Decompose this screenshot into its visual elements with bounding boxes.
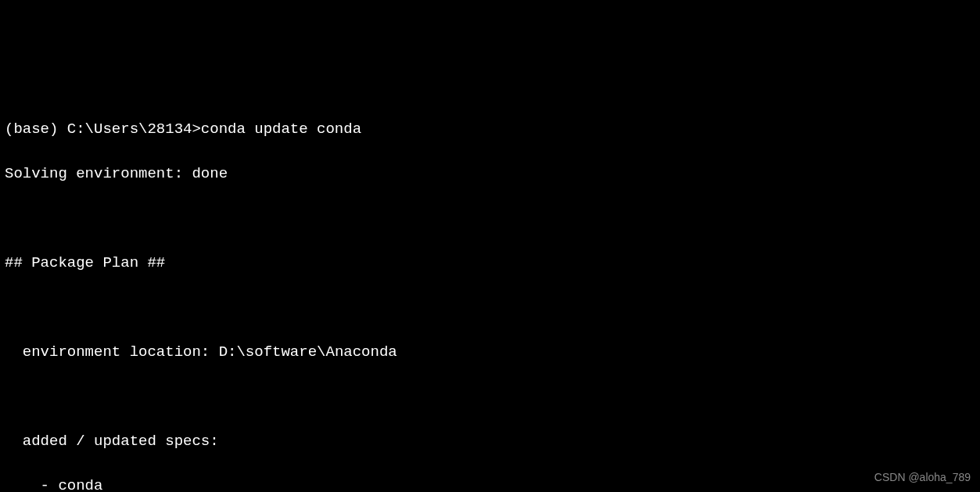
blank-line <box>5 207 975 230</box>
prompt-line: (base) C:\Users\28134>conda update conda <box>5 118 975 141</box>
env-location-label: environment location: <box>5 343 219 361</box>
spec-item: - conda <box>5 475 975 493</box>
blank-line <box>5 386 975 408</box>
package-plan-header: ## Package Plan ## <box>5 252 975 275</box>
watermark: CSDN @aloha_789 <box>874 469 971 486</box>
env-location-value: D:\software\Anaconda <box>219 343 397 361</box>
solving-line: Solving environment: done <box>5 163 975 185</box>
command-text: conda update conda <box>201 120 361 138</box>
terminal-output: (base) C:\Users\28134>conda update conda… <box>5 95 975 492</box>
prompt: (base) C:\Users\28134> <box>5 120 201 138</box>
blank-line <box>5 296 975 319</box>
env-location-line: environment location: D:\software\Anacon… <box>5 341 975 364</box>
added-specs-label: added / updated specs: <box>5 430 975 453</box>
